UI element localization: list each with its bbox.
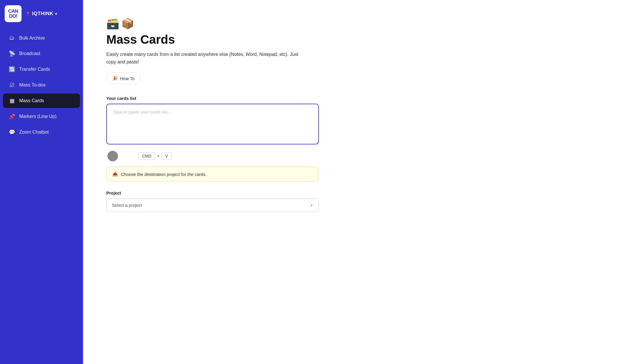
sidebar-nav: 🗂 Bulk Archive 📡 Broadcast 🔃 Transfer Ca… — [0, 27, 83, 364]
how-to-button[interactable]: 🎉 How To — [106, 73, 141, 84]
v-key: V — [161, 152, 172, 160]
sidebar-header: CANDO! 📍 IQTHINK ▾ — [0, 0, 83, 27]
sidebar-item-bulk-archive[interactable]: 🗂 Bulk Archive — [3, 31, 80, 45]
sidebar-item-label: Mass To-dos — [19, 82, 45, 88]
cards-list-input[interactable] — [106, 104, 319, 144]
chatbot-icon: 💬 — [9, 129, 15, 135]
main-content: 🗃️ 📦 Mass Cards Easily create many cards… — [83, 0, 625, 364]
info-banner: 📥 Choose the destination project for the… — [106, 167, 319, 182]
project-label: Project — [106, 190, 602, 195]
bulk-archive-icon: 🗂 — [9, 35, 15, 41]
page-title: Mass Cards — [106, 33, 602, 47]
location-dot-icon: 📍 — [26, 12, 30, 16]
sidebar-item-label: Bulk Archive — [19, 36, 45, 41]
shortcut-keys: CMD + V — [138, 152, 172, 160]
todos-icon: ☑ — [9, 82, 15, 88]
page-icons: 🗃️ 📦 — [106, 17, 602, 30]
sidebar-item-label: Broadcast — [19, 51, 40, 56]
shortcut-circle-decoration — [107, 151, 118, 161]
how-to-label: How To — [120, 76, 135, 81]
sidebar-item-broadcast[interactable]: 📡 Broadcast — [3, 46, 80, 61]
sidebar-item-label: Zoom Chatbot — [19, 130, 49, 135]
sidebar-item-transfer-cards[interactable]: 🔃 Transfer Cards — [3, 62, 80, 77]
sidebar-item-label: Transfer Cards — [19, 67, 50, 72]
transfer-icon: 🔃 — [9, 66, 15, 73]
mass-cards-icon: ▦ — [9, 98, 15, 104]
logo: CANDO! — [5, 5, 22, 22]
plus-sign: + — [157, 153, 160, 159]
cards-list-label: Your cards list — [106, 96, 602, 101]
page-icon-archive: 🗃️ — [106, 17, 119, 30]
sidebar-item-mass-cards[interactable]: ▦ Mass Cards — [3, 93, 80, 108]
sidebar: CANDO! 📍 IQTHINK ▾ 🗂 Bulk Archive 📡 Broa… — [0, 0, 83, 364]
cmd-key: CMD — [138, 152, 155, 160]
brand-name-container: 📍 IQTHINK ▾ — [26, 11, 57, 17]
markers-icon: 📌 — [9, 113, 15, 120]
info-text: Choose the destination project for the c… — [121, 172, 206, 177]
sidebar-item-markers[interactable]: 📌 Markers (Line Up) — [3, 109, 80, 124]
chevron-down-icon[interactable]: ▾ — [55, 12, 57, 16]
brand-name: IQTHINK — [32, 11, 53, 17]
page-description: Easily create many cards from a list cre… — [106, 51, 304, 66]
info-icon: 📥 — [112, 172, 118, 177]
sidebar-item-label: Markers (Line Up) — [19, 114, 57, 119]
page-icon-box: 📦 — [121, 17, 134, 30]
shortcut-row: CMD + V — [106, 151, 602, 161]
sidebar-item-label: Mass Cards — [19, 98, 44, 103]
broadcast-icon: 📡 — [9, 50, 15, 57]
sidebar-item-zoom-chatbot[interactable]: 💬 Zoom Chatbot — [3, 125, 80, 139]
how-to-emoji: 🎉 — [112, 76, 118, 81]
sidebar-item-mass-todos[interactable]: ☑ Mass To-dos — [3, 78, 80, 92]
project-select[interactable]: Select a project — [106, 198, 319, 212]
